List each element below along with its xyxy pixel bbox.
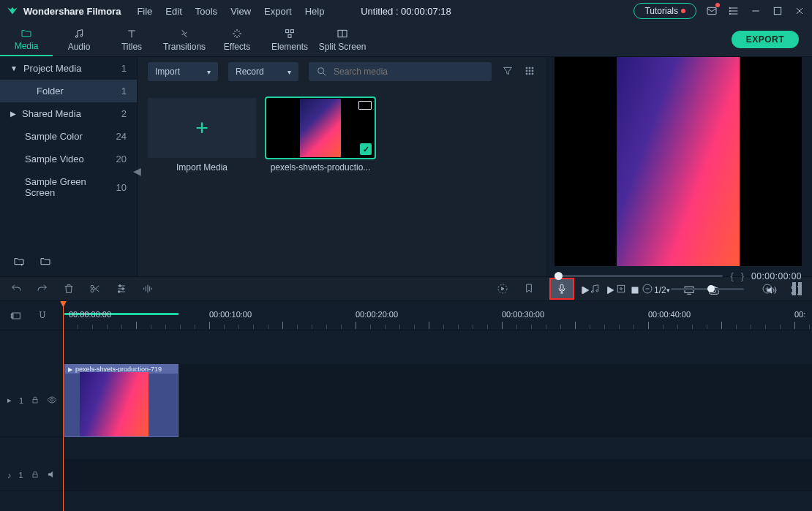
video-track-header[interactable]: ▸1 (0, 364, 64, 436)
menu-tools[interactable]: Tools (195, 6, 217, 17)
elements-icon (284, 27, 296, 40)
svg-rect-15 (288, 34, 291, 37)
media-clip-tile[interactable]: ✓ pexels-shvets-productio... (266, 98, 375, 173)
filter-icon[interactable] (502, 65, 514, 79)
menu-edit[interactable]: Edit (165, 6, 181, 17)
zoom-out-icon[interactable] (642, 283, 653, 295)
svg-point-20 (526, 67, 527, 69)
notification-dot-icon (715, 3, 720, 7)
preview-canvas[interactable] (555, 57, 802, 266)
split-clip-icon[interactable] (89, 283, 101, 295)
svg-line-19 (323, 73, 326, 75)
preview-scrubber[interactable] (555, 275, 723, 277)
grid-view-icon[interactable] (524, 65, 535, 79)
sidebar-collapse-icon[interactable]: ◀ (133, 165, 141, 177)
ribbon-tab-elements[interactable]: Elements (263, 22, 316, 56)
render-preview-icon[interactable] (497, 283, 508, 295)
import-dropdown[interactable]: Import ▾ (148, 62, 218, 81)
ribbon-tab-audio[interactable]: Audio (53, 22, 105, 56)
window-maximize-icon[interactable] (771, 4, 784, 18)
mark-in-icon[interactable]: { (730, 270, 733, 281)
folder-open-icon[interactable] (40, 255, 51, 269)
export-button[interactable]: EXPORT (732, 31, 799, 48)
crop-icon[interactable] (615, 283, 627, 295)
new-folder-icon[interactable] (13, 255, 25, 269)
preview-timecode: 00:00:00:00 (751, 271, 802, 281)
menu-bar: File Edit Tools View Export Help (137, 6, 324, 17)
sidebar-item-sample-color[interactable]: Sample Color 24 (0, 125, 137, 148)
audio-track-header[interactable]: ♪1 (0, 459, 64, 491)
svg-point-22 (532, 67, 533, 69)
timeline-clip[interactable]: ▶pexels-shvets-production-719 (64, 364, 178, 437)
visibility-icon[interactable] (47, 395, 57, 406)
window-close-icon[interactable] (793, 4, 806, 18)
sidebar-item-sample-video[interactable]: Sample Video 20 (0, 148, 137, 170)
chevron-down-icon: ▾ (207, 68, 211, 76)
title-bar: Wondershare Filmora File Edit Tools View… (0, 0, 812, 22)
svg-rect-53 (617, 285, 624, 292)
adjust-icon[interactable] (116, 283, 127, 295)
lock-icon[interactable] (31, 470, 40, 480)
menu-file[interactable]: File (137, 6, 152, 17)
menu-export[interactable]: Export (264, 6, 292, 17)
checkmark-icon: ✓ (360, 143, 372, 155)
svg-point-24 (529, 70, 530, 72)
folder-icon (20, 26, 32, 39)
svg-point-12 (80, 34, 83, 37)
clip-thumbnail (300, 99, 341, 157)
redo-icon[interactable] (37, 283, 48, 295)
svg-point-36 (91, 285, 94, 288)
delete-icon[interactable] (63, 283, 75, 295)
display-settings-icon[interactable] (683, 284, 695, 296)
magnet-snap-icon[interactable] (37, 310, 48, 322)
split-icon (337, 27, 348, 40)
marker-icon[interactable] (523, 283, 535, 295)
timeline-options-icon[interactable] (10, 310, 22, 322)
zoom-slider[interactable] (671, 288, 744, 290)
svg-point-63 (50, 398, 53, 401)
audio-note-icon: ♪ (7, 471, 12, 480)
lock-icon[interactable] (31, 395, 40, 406)
ribbon-tab-transitions[interactable]: Transitions (158, 22, 211, 56)
audio-waveform-icon[interactable] (142, 283, 154, 295)
undo-icon[interactable] (10, 283, 22, 295)
ribbon-tab-splitscreen[interactable]: Split Screen (316, 22, 369, 56)
sidebar-item-sample-green-screen[interactable]: Sample Green Screen 10 (0, 170, 137, 204)
stop-icon[interactable] (629, 284, 641, 296)
messages-icon[interactable] (705, 4, 718, 18)
import-media-tile[interactable]: + Import Media (148, 98, 256, 173)
ribbon-tab-media[interactable]: Media (0, 22, 53, 56)
voiceover-record-button[interactable] (549, 278, 574, 300)
mute-icon[interactable] (47, 469, 57, 481)
ribbon-tab-titles[interactable]: Titles (105, 22, 158, 56)
tasks-icon[interactable] (727, 4, 740, 18)
record-dropdown[interactable]: Record ▾ (228, 62, 298, 81)
tutorials-button[interactable]: Tutorials (634, 3, 696, 19)
menu-view[interactable]: View (230, 6, 251, 17)
sidebar-item-folder[interactable]: Folder 1 (0, 80, 137, 102)
ribbon-tab-effects[interactable]: Effects (211, 22, 263, 56)
video-track-icon: ▸ (7, 395, 12, 405)
svg-point-26 (526, 73, 527, 75)
zoom-in-icon[interactable] (762, 283, 773, 295)
sparkle-icon (231, 27, 243, 40)
svg-point-23 (526, 70, 527, 72)
search-media-input[interactable] (309, 62, 492, 81)
timeline-ruler[interactable]: 00:00:00:00 00:00:10:00 00:00:20:00 00:0… (63, 301, 812, 330)
mark-out-icon[interactable]: } (741, 270, 744, 281)
media-sidebar: ▼Project Media 1 Folder 1 ▶Shared Media … (0, 57, 138, 276)
audio-mixer-icon[interactable] (589, 283, 601, 295)
playback-speed-dropdown[interactable]: 1/2 ▾ (654, 285, 670, 295)
sidebar-item-project-media[interactable]: ▼Project Media 1 (0, 57, 137, 80)
play-icon[interactable] (604, 284, 616, 296)
zoom-fit-icon[interactable] (788, 282, 802, 295)
menu-help[interactable]: Help (305, 6, 325, 17)
search-icon (316, 66, 328, 77)
svg-rect-13 (286, 29, 289, 32)
window-minimize-icon[interactable] (749, 4, 762, 18)
chevron-down-icon: ▾ (287, 68, 291, 76)
video-track-row: ▸1 ▶pexels-shvets-production-719 (0, 364, 812, 437)
svg-rect-50 (560, 284, 563, 289)
sidebar-item-shared-media[interactable]: ▶Shared Media 2 (0, 102, 137, 125)
app-logo-icon (6, 4, 19, 18)
